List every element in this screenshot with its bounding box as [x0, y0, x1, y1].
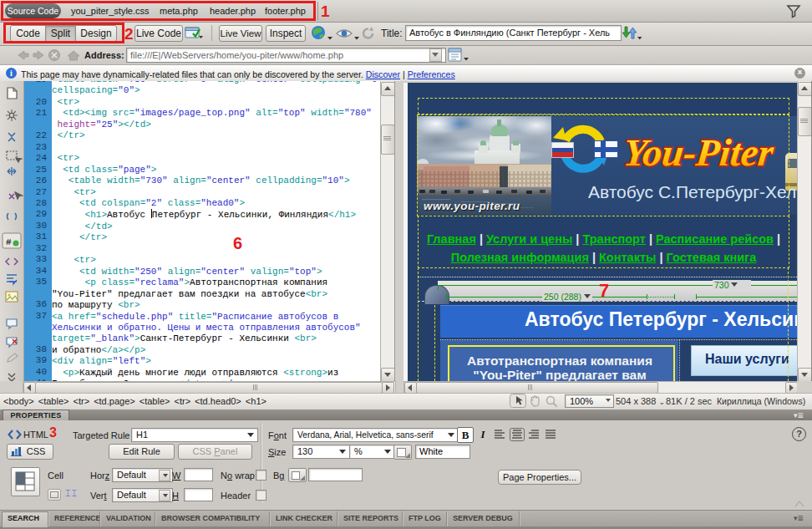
svg-text:#: # [6, 237, 12, 247]
